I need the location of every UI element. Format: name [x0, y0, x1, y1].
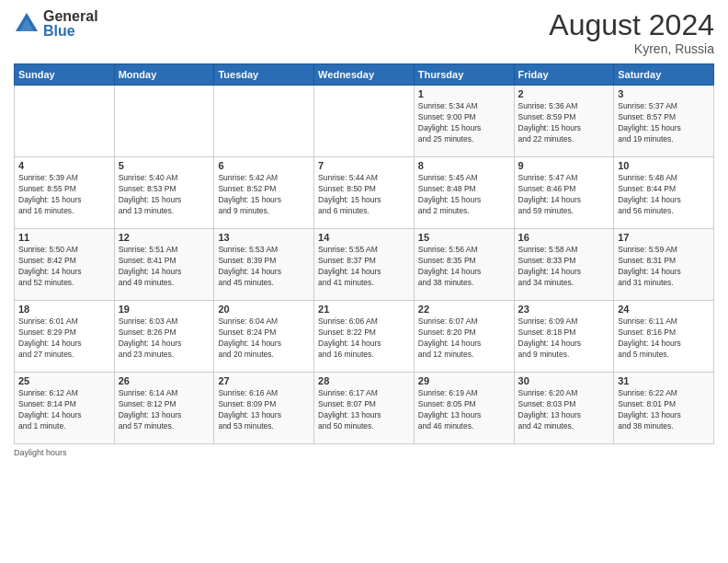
- day-number: 10: [618, 160, 710, 171]
- day-number: 12: [119, 232, 210, 243]
- calendar-cell: 22Sunrise: 6:07 AM Sunset: 8:20 PM Dayli…: [414, 301, 514, 373]
- calendar-table: SundayMondayTuesdayWednesdayThursdayFrid…: [14, 63, 714, 444]
- day-number: 19: [119, 304, 210, 315]
- day-info: Sunrise: 6:03 AM Sunset: 8:26 PM Dayligh…: [119, 316, 210, 361]
- day-number: 2: [518, 88, 610, 99]
- day-info: Sunrise: 5:48 AM Sunset: 8:44 PM Dayligh…: [618, 173, 710, 217]
- day-info: Sunrise: 5:40 AM Sunset: 8:53 PM Dayligh…: [119, 173, 210, 217]
- calendar-cell: 21Sunrise: 6:06 AM Sunset: 8:22 PM Dayli…: [314, 301, 415, 373]
- day-info: Sunrise: 5:55 AM Sunset: 8:37 PM Dayligh…: [318, 245, 410, 289]
- calendar-cell: 26Sunrise: 6:14 AM Sunset: 8:12 PM Dayli…: [114, 373, 214, 444]
- calendar-cell: 7Sunrise: 5:44 AM Sunset: 8:50 PM Daylig…: [314, 157, 415, 229]
- day-info: Sunrise: 5:50 AM Sunset: 8:42 PM Dayligh…: [18, 245, 110, 289]
- day-header-friday: Friday: [514, 64, 614, 86]
- logo-text: General Blue: [43, 9, 98, 39]
- day-info: Sunrise: 5:42 AM Sunset: 8:52 PM Dayligh…: [218, 173, 310, 217]
- day-number: 5: [119, 160, 210, 171]
- day-info: Sunrise: 5:39 AM Sunset: 8:55 PM Dayligh…: [18, 173, 110, 217]
- day-number: 18: [18, 304, 110, 315]
- week-row-1: 1Sunrise: 5:34 AM Sunset: 9:00 PM Daylig…: [15, 86, 714, 157]
- day-header-wednesday: Wednesday: [314, 64, 415, 86]
- day-info: Sunrise: 5:34 AM Sunset: 9:00 PM Dayligh…: [418, 101, 510, 145]
- day-number: 9: [518, 160, 610, 171]
- day-number: 17: [618, 232, 710, 243]
- day-number: 15: [418, 232, 510, 243]
- calendar-cell: 19Sunrise: 6:03 AM Sunset: 8:26 PM Dayli…: [114, 301, 214, 373]
- calendar-cell: 29Sunrise: 6:19 AM Sunset: 8:05 PM Dayli…: [414, 373, 514, 444]
- day-info: Sunrise: 6:01 AM Sunset: 8:29 PM Dayligh…: [18, 316, 110, 361]
- day-info: Sunrise: 6:11 AM Sunset: 8:16 PM Dayligh…: [618, 316, 710, 361]
- day-info: Sunrise: 6:19 AM Sunset: 8:05 PM Dayligh…: [418, 388, 510, 432]
- day-number: 23: [518, 304, 610, 315]
- calendar-cell: 13Sunrise: 5:53 AM Sunset: 8:39 PM Dayli…: [214, 229, 314, 301]
- calendar-cell: 11Sunrise: 5:50 AM Sunset: 8:42 PM Dayli…: [15, 229, 115, 301]
- day-number: 25: [18, 375, 110, 386]
- day-number: 20: [218, 304, 310, 315]
- footer-note-text: Daylight hours: [14, 448, 67, 457]
- day-info: Sunrise: 5:58 AM Sunset: 8:33 PM Dayligh…: [518, 245, 610, 289]
- day-number: 1: [418, 88, 510, 99]
- day-number: 11: [18, 232, 110, 243]
- calendar-cell: 3Sunrise: 5:37 AM Sunset: 8:57 PM Daylig…: [614, 86, 714, 157]
- logo-blue: Blue: [43, 24, 98, 39]
- calendar-cell: 30Sunrise: 6:20 AM Sunset: 8:03 PM Dayli…: [514, 373, 614, 444]
- day-number: 21: [318, 304, 410, 315]
- week-row-5: 25Sunrise: 6:12 AM Sunset: 8:14 PM Dayli…: [15, 373, 714, 444]
- day-number: 30: [518, 375, 610, 386]
- page: General Blue August 2024 Kyren, Russia S…: [0, 0, 728, 563]
- day-header-thursday: Thursday: [414, 64, 514, 86]
- calendar-cell: 12Sunrise: 5:51 AM Sunset: 8:41 PM Dayli…: [114, 229, 214, 301]
- day-info: Sunrise: 6:07 AM Sunset: 8:20 PM Dayligh…: [418, 316, 510, 361]
- logo: General Blue: [14, 9, 98, 39]
- calendar-cell: 9Sunrise: 5:47 AM Sunset: 8:46 PM Daylig…: [514, 157, 614, 229]
- day-info: Sunrise: 6:16 AM Sunset: 8:09 PM Dayligh…: [218, 388, 310, 432]
- day-info: Sunrise: 5:56 AM Sunset: 8:35 PM Dayligh…: [418, 245, 510, 289]
- day-number: 29: [418, 375, 510, 386]
- logo-general: General: [43, 9, 98, 24]
- day-number: 28: [318, 375, 410, 386]
- footer-note: Daylight hours: [14, 448, 714, 457]
- title-block: August 2024 Kyren, Russia: [549, 9, 714, 56]
- day-info: Sunrise: 6:06 AM Sunset: 8:22 PM Dayligh…: [318, 316, 410, 361]
- location: Kyren, Russia: [549, 41, 714, 56]
- calendar-cell: 1Sunrise: 5:34 AM Sunset: 9:00 PM Daylig…: [414, 86, 514, 157]
- day-info: Sunrise: 5:44 AM Sunset: 8:50 PM Dayligh…: [318, 173, 410, 217]
- day-info: Sunrise: 6:17 AM Sunset: 8:07 PM Dayligh…: [318, 388, 410, 432]
- day-header-monday: Monday: [114, 64, 214, 86]
- day-header-saturday: Saturday: [614, 64, 714, 86]
- day-number: 7: [318, 160, 410, 171]
- calendar-cell: 20Sunrise: 6:04 AM Sunset: 8:24 PM Dayli…: [214, 301, 314, 373]
- calendar-cell: 27Sunrise: 6:16 AM Sunset: 8:09 PM Dayli…: [214, 373, 314, 444]
- day-info: Sunrise: 6:14 AM Sunset: 8:12 PM Dayligh…: [119, 388, 210, 432]
- day-number: 6: [218, 160, 310, 171]
- calendar-cell: 5Sunrise: 5:40 AM Sunset: 8:53 PM Daylig…: [114, 157, 214, 229]
- calendar-cell: 4Sunrise: 5:39 AM Sunset: 8:55 PM Daylig…: [15, 157, 115, 229]
- calendar-cell: 14Sunrise: 5:55 AM Sunset: 8:37 PM Dayli…: [314, 229, 415, 301]
- day-number: 26: [119, 375, 210, 386]
- day-header-tuesday: Tuesday: [214, 64, 314, 86]
- calendar-cell: 17Sunrise: 5:59 AM Sunset: 8:31 PM Dayli…: [614, 229, 714, 301]
- day-header-sunday: Sunday: [15, 64, 115, 86]
- calendar-cell: [314, 86, 415, 157]
- day-number: 14: [318, 232, 410, 243]
- calendar-cell: [214, 86, 314, 157]
- day-info: Sunrise: 6:12 AM Sunset: 8:14 PM Dayligh…: [18, 388, 110, 432]
- day-info: Sunrise: 6:04 AM Sunset: 8:24 PM Dayligh…: [218, 316, 310, 361]
- day-number: 13: [218, 232, 310, 243]
- day-info: Sunrise: 5:36 AM Sunset: 8:59 PM Dayligh…: [518, 101, 610, 145]
- day-info: Sunrise: 5:37 AM Sunset: 8:57 PM Dayligh…: [618, 101, 710, 145]
- day-info: Sunrise: 5:51 AM Sunset: 8:41 PM Dayligh…: [119, 245, 210, 289]
- day-number: 24: [618, 304, 710, 315]
- day-number: 3: [618, 88, 710, 99]
- day-number: 4: [18, 160, 110, 171]
- day-number: 22: [418, 304, 510, 315]
- calendar-cell: 18Sunrise: 6:01 AM Sunset: 8:29 PM Dayli…: [15, 301, 115, 373]
- calendar-cell: 8Sunrise: 5:45 AM Sunset: 8:48 PM Daylig…: [414, 157, 514, 229]
- day-info: Sunrise: 5:59 AM Sunset: 8:31 PM Dayligh…: [618, 245, 710, 289]
- calendar-cell: 2Sunrise: 5:36 AM Sunset: 8:59 PM Daylig…: [514, 86, 614, 157]
- day-info: Sunrise: 6:22 AM Sunset: 8:01 PM Dayligh…: [618, 388, 710, 432]
- header: General Blue August 2024 Kyren, Russia: [14, 9, 714, 56]
- week-row-4: 18Sunrise: 6:01 AM Sunset: 8:29 PM Dayli…: [15, 301, 714, 373]
- day-info: Sunrise: 6:20 AM Sunset: 8:03 PM Dayligh…: [518, 388, 610, 432]
- calendar-cell: 16Sunrise: 5:58 AM Sunset: 8:33 PM Dayli…: [514, 229, 614, 301]
